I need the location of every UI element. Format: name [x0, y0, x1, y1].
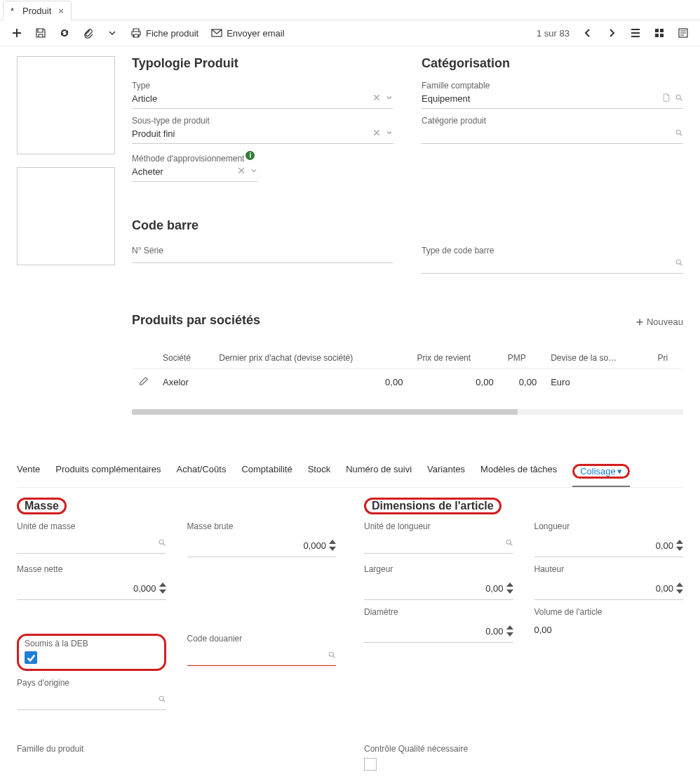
masse-heading: Masse [17, 498, 67, 514]
tab-title: Produit [22, 6, 51, 16]
stepper-icon[interactable] [329, 538, 336, 552]
tab-achat[interactable]: Achat/Coûts [177, 464, 227, 487]
unite-masse-field[interactable] [17, 534, 166, 554]
method-value: Acheter [132, 166, 163, 177]
clear-icon[interactable] [372, 93, 381, 104]
svg-point-10 [329, 652, 333, 656]
search-icon[interactable] [158, 695, 166, 705]
clear-icon[interactable] [372, 128, 381, 139]
attach-icon[interactable] [83, 27, 94, 39]
tab-stock[interactable]: Stock [308, 464, 331, 487]
masse-nette-field[interactable]: 0,000 [17, 577, 166, 600]
col-pri[interactable]: Pri [651, 347, 683, 369]
tab-suivi[interactable]: Numéro de suivi [346, 464, 412, 487]
svg-point-6 [676, 95, 680, 99]
diametre-label: Diamètre [364, 607, 513, 617]
tab-complementaires[interactable]: Produits complémentaires [55, 464, 161, 487]
stepper-icon[interactable] [676, 538, 683, 552]
serie-label: N° Série [132, 246, 393, 255]
stepper-icon[interactable] [676, 581, 683, 595]
masse-nette-value: 0,000 [133, 583, 156, 594]
search-icon[interactable] [675, 93, 683, 104]
svg-rect-1 [655, 29, 659, 32]
famille-comptable-label: Famille comptable [422, 81, 683, 91]
caret-down-icon[interactable] [107, 27, 118, 39]
famille-comptable-field[interactable]: Equipement [422, 91, 683, 109]
list-view-icon[interactable] [630, 27, 641, 39]
edit-icon[interactable] [139, 378, 149, 388]
pays-origine-field[interactable] [17, 691, 166, 710]
dimensions-heading: Dimensions de l'article [364, 498, 502, 514]
col-dernier-prix[interactable]: Dernier prix d'achat (devise société) [212, 347, 410, 369]
famille-comptable-value: Equipement [422, 93, 470, 104]
document-icon[interactable] [662, 93, 671, 104]
email-button[interactable]: Envoyer email [211, 27, 284, 39]
horizontal-scrollbar[interactable] [132, 409, 683, 415]
hauteur-value: 0,00 [656, 583, 673, 594]
serie-field[interactable] [132, 255, 393, 263]
image-placeholder-1[interactable] [17, 56, 115, 154]
save-icon[interactable] [35, 27, 46, 39]
col-pmp[interactable]: PMP [501, 347, 544, 369]
chevron-down-icon[interactable] [385, 128, 393, 139]
col-prix-revient[interactable]: Prix de revient [410, 347, 500, 369]
col-devise[interactable]: Devise de la so… [544, 347, 650, 369]
search-icon[interactable] [675, 258, 683, 269]
unite-masse-label: Unité de masse [17, 521, 166, 531]
form-view-icon[interactable] [678, 27, 689, 39]
type-codebarre-field[interactable] [422, 255, 683, 274]
svg-point-9 [159, 540, 163, 544]
print-button[interactable]: Fiche produit [130, 27, 198, 39]
tab-produit[interactable]: * Produit × [3, 1, 72, 20]
longueur-field[interactable]: 0,00 [534, 534, 684, 557]
method-field[interactable]: Acheter [132, 164, 258, 182]
info-icon[interactable]: i [245, 151, 255, 160]
chevron-down-icon[interactable] [250, 166, 258, 177]
masse-brute-value: 0,000 [303, 540, 326, 551]
masse-brute-label: Masse brute [187, 521, 337, 531]
qualite-checkbox[interactable] [364, 758, 377, 771]
chevron-down-icon[interactable] [385, 93, 393, 104]
subtype-field[interactable]: Produit fini [132, 126, 393, 144]
col-societe[interactable]: Société [156, 347, 212, 369]
search-icon[interactable] [505, 538, 513, 549]
masse-brute-field[interactable]: 0,000 [187, 534, 337, 557]
type-field[interactable]: Article [132, 91, 393, 109]
hauteur-field[interactable]: 0,00 [534, 577, 684, 600]
close-icon[interactable]: × [58, 6, 64, 16]
tab-colisage[interactable]: Colisage▾ [572, 464, 630, 487]
search-icon[interactable] [328, 651, 336, 661]
stepper-icon[interactable] [506, 624, 513, 638]
diametre-value: 0,00 [485, 626, 503, 637]
diametre-field[interactable]: 0,00 [364, 620, 513, 643]
clear-icon[interactable] [237, 166, 245, 177]
tab-modeles[interactable]: Modèles de tâches [480, 464, 557, 487]
tab-variantes[interactable]: Variantes [427, 464, 465, 487]
subtype-value: Produit fini [132, 128, 175, 139]
categorie-produit-field[interactable] [422, 126, 683, 144]
type-value: Article [132, 93, 157, 104]
categorie-produit-label: Catégorie produit [422, 116, 683, 126]
code-douanier-field[interactable] [187, 646, 337, 666]
image-placeholder-2[interactable] [17, 167, 115, 265]
search-icon[interactable] [675, 128, 683, 139]
next-icon[interactable] [606, 27, 617, 39]
svg-point-12 [506, 540, 511, 544]
new-button[interactable]: Nouveau [635, 317, 683, 327]
new-label: Nouveau [647, 317, 683, 327]
prev-icon[interactable] [582, 27, 593, 39]
stepper-icon[interactable] [506, 581, 513, 595]
deb-checkbox[interactable] [25, 651, 37, 664]
search-icon[interactable] [158, 538, 166, 549]
tab-vente[interactable]: Vente [17, 464, 40, 487]
largeur-field[interactable]: 0,00 [364, 577, 513, 600]
add-icon[interactable] [11, 27, 22, 39]
unite-longueur-field[interactable] [364, 534, 513, 554]
tab-compta[interactable]: Comptabilité [241, 464, 292, 487]
caret-down-icon: ▾ [617, 466, 622, 477]
table-row[interactable]: Axelor 0,00 0,00 0,00 Euro [132, 369, 683, 396]
longueur-label: Longueur [534, 521, 684, 531]
stepper-icon[interactable] [159, 581, 166, 595]
grid-view-icon[interactable] [654, 27, 665, 39]
refresh-icon[interactable] [59, 27, 70, 39]
